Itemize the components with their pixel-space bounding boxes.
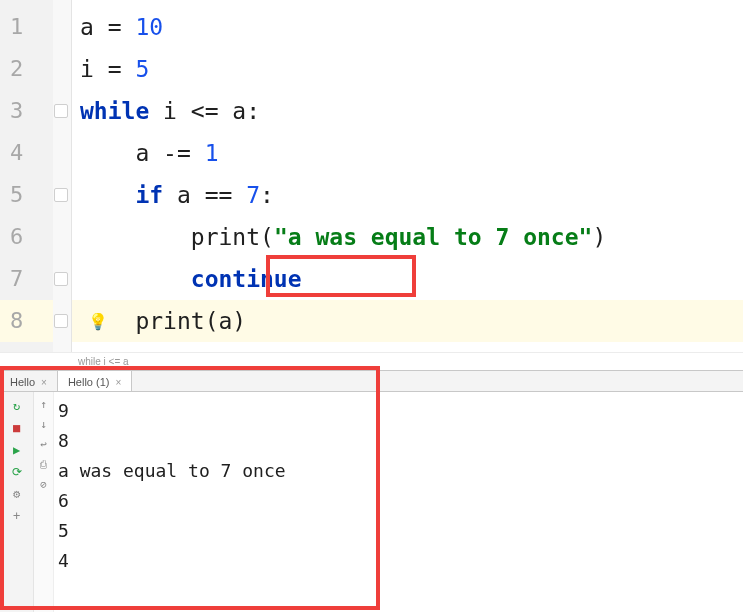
run-tool-window: ↻■▶⟳⚙+ ↑↓↩⎙⊘ 9 8 a was equal to 7 once 6… — [0, 392, 743, 612]
close-icon[interactable]: × — [116, 377, 122, 388]
breadcrumb[interactable]: while i <= a — [0, 352, 743, 370]
code-area[interactable]: a = 10i = 5while i <= a: a -= 1 if a == … — [72, 0, 743, 352]
code-line[interactable]: a -= 1 — [72, 132, 743, 174]
up-button[interactable]: ↑ — [37, 398, 51, 412]
code-line[interactable]: if a == 7: — [72, 174, 743, 216]
code-line[interactable]: print("a was equal to 7 once") — [72, 216, 743, 258]
fold-strip — [53, 0, 71, 352]
run-tab[interactable]: Hello× — [0, 371, 58, 391]
print-button[interactable]: ⎙ — [37, 458, 51, 472]
fold-marker[interactable] — [54, 272, 68, 286]
console-output[interactable]: 9 8 a was equal to 7 once 6 5 4 — [54, 392, 743, 612]
run-tab[interactable]: Hello (1)× — [58, 371, 132, 391]
fold-marker[interactable] — [54, 104, 68, 118]
fold-marker[interactable] — [54, 188, 68, 202]
code-line[interactable]: while i <= a: — [72, 90, 743, 132]
resume-button[interactable]: ▶ — [9, 442, 25, 458]
debug-restart-button[interactable]: ⟳ — [9, 464, 25, 480]
run-sub-gutter: ↑↓↩⎙⊘ — [34, 392, 54, 612]
add-button[interactable]: + — [9, 508, 25, 524]
line-number-gutter: 12345678 — [0, 0, 72, 352]
code-line[interactable]: print(a) — [72, 300, 743, 342]
code-line[interactable]: i = 5 — [72, 48, 743, 90]
intention-bulb-icon[interactable]: 💡 — [88, 312, 108, 331]
clear-button[interactable]: ⊘ — [37, 478, 51, 492]
close-icon[interactable]: × — [41, 377, 47, 388]
stop-button[interactable]: ■ — [9, 420, 25, 436]
fold-marker[interactable] — [54, 314, 68, 328]
down-button[interactable]: ↓ — [37, 418, 51, 432]
soft-wrap-button[interactable]: ↩ — [37, 438, 51, 452]
settings-button[interactable]: ⚙ — [9, 486, 25, 502]
code-editor: 12345678 a = 10i = 5while i <= a: a -= 1… — [0, 0, 743, 352]
code-line[interactable]: a = 10 — [72, 6, 743, 48]
code-line[interactable]: continue — [72, 258, 743, 300]
rerun-button[interactable]: ↻ — [9, 398, 25, 414]
run-gutter: ↻■▶⟳⚙+ — [0, 392, 34, 612]
run-tabs: Hello×Hello (1)× — [0, 370, 743, 392]
